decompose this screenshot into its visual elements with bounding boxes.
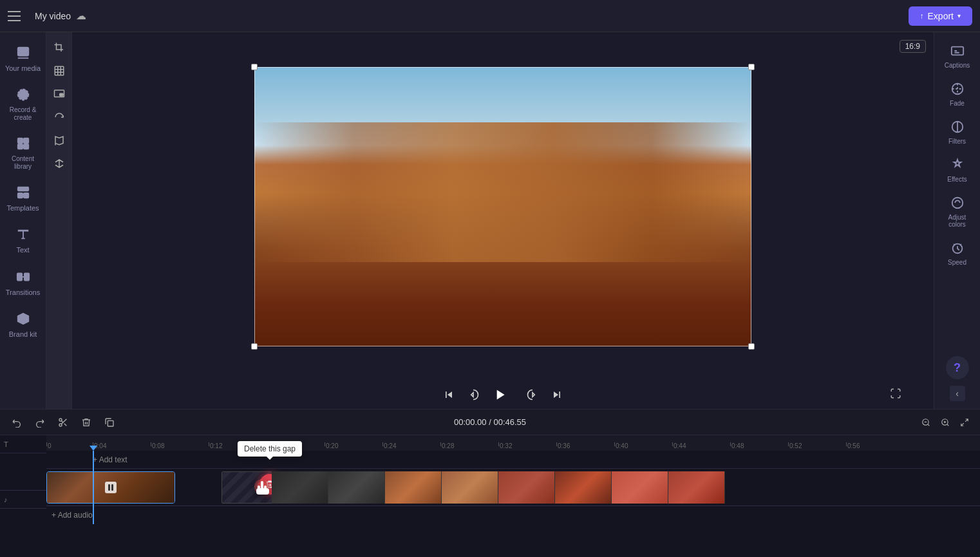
- collapse-arrow-icon: ‹: [956, 388, 959, 399]
- clip-segment-7: [612, 471, 668, 504]
- video-content: [254, 67, 751, 346]
- first-video-clip[interactable]: [46, 471, 175, 504]
- svg-rect-16: [951, 47, 963, 55]
- handle-tr[interactable]: [748, 64, 755, 70]
- ruler-mark-0: 0: [46, 442, 93, 449]
- svg-point-1: [21, 50, 25, 53]
- fade-tool[interactable]: Fade: [934, 75, 980, 112]
- zoom-fit-button[interactable]: [957, 415, 972, 430]
- effects-label: Effects: [947, 176, 966, 183]
- svg-rect-4: [17, 138, 22, 143]
- clip-segment-8: [668, 471, 725, 504]
- export-chevron-icon: ▾: [957, 12, 961, 19]
- video-frame[interactable]: [254, 67, 751, 346]
- audio-track-label: ♪: [0, 491, 46, 509]
- clip-thumbnail: [47, 472, 174, 503]
- speed-tool[interactable]: Speed: [934, 234, 980, 271]
- topbar: My video ☁ ↑ Export ▾: [0, 0, 980, 32]
- skip-back-button[interactable]: [442, 388, 455, 401]
- handle-tl[interactable]: [251, 64, 258, 70]
- svg-rect-15: [59, 93, 62, 96]
- playhead-triangle: [90, 446, 97, 451]
- effects-icon: [949, 156, 966, 173]
- crop-tool[interactable]: [49, 37, 70, 58]
- clips-after-gap[interactable]: [272, 471, 725, 504]
- adjust-colors-icon: [949, 194, 966, 211]
- add-text-button[interactable]: + Add text: [93, 455, 127, 464]
- sidebar-label-record: Record &create: [10, 106, 37, 122]
- current-time: 00:00.00: [454, 417, 487, 427]
- content-library-icon: [14, 135, 32, 153]
- ruler-marks-container: 0 0:04 0:08 0:12 0:16 0:20 0:24 0:28 0:3…: [46, 442, 904, 449]
- svg-point-3: [17, 90, 28, 100]
- clip-pause-icon: [105, 482, 117, 493]
- rotate-tool[interactable]: [49, 107, 70, 127]
- left-sidebar: Your media Record &create: [0, 32, 46, 409]
- your-media-icon: [14, 44, 32, 62]
- text-icon: [14, 225, 32, 243]
- speed-label: Speed: [948, 259, 966, 266]
- flip-tool[interactable]: [49, 153, 70, 174]
- sidebar-item-record-create[interactable]: Record &create: [0, 79, 46, 128]
- vertical-toolbar: [46, 32, 72, 409]
- captions-tool[interactable]: Captions: [934, 37, 980, 74]
- sidebar-label-text: Text: [16, 246, 29, 254]
- fast-forward-button[interactable]: [526, 388, 539, 401]
- aspect-ratio-badge[interactable]: 16:9: [900, 40, 926, 53]
- skip-forward-button[interactable]: [551, 388, 563, 401]
- pip-tool[interactable]: [49, 84, 70, 104]
- captions-icon: [949, 42, 966, 59]
- adjust-colors-tool[interactable]: Adjustcolors: [934, 189, 980, 233]
- export-arrow-icon: ↑: [920, 12, 924, 21]
- svg-point-21: [59, 419, 62, 421]
- clip-segment-5: [498, 471, 555, 504]
- delete-button[interactable]: [77, 413, 95, 431]
- effects-tool[interactable]: Effects: [934, 151, 980, 188]
- sidebar-item-text[interactable]: Text: [0, 219, 46, 261]
- ruler-mark-52: 0:52: [788, 442, 846, 449]
- main-layout: Your media Record &create: [0, 32, 980, 409]
- save-icon[interactable]: ☁: [76, 10, 86, 22]
- text-track-label: T: [0, 435, 46, 453]
- zoom-out-button[interactable]: [918, 415, 934, 430]
- flag-tool[interactable]: [49, 130, 70, 151]
- clip-segment-6: [555, 471, 612, 504]
- fullscreen-button[interactable]: [890, 388, 901, 402]
- redo-button[interactable]: [31, 413, 49, 431]
- transitions-icon: [14, 268, 32, 286]
- add-audio-button[interactable]: + Add audio: [52, 511, 93, 520]
- total-time: 00:46.55: [493, 417, 526, 427]
- cut-button[interactable]: [54, 413, 72, 431]
- svg-rect-12: [24, 273, 28, 280]
- duplicate-button[interactable]: [100, 413, 118, 431]
- undo-button[interactable]: [8, 413, 26, 431]
- menu-icon[interactable]: [8, 7, 26, 25]
- sidebar-item-content-library[interactable]: Contentlibrary: [0, 128, 46, 177]
- resize-tool[interactable]: [49, 61, 70, 81]
- sidebar-item-brand-kit[interactable]: Brand kit: [0, 303, 46, 345]
- zoom-in-button[interactable]: [938, 415, 953, 430]
- playhead[interactable]: [93, 451, 94, 524]
- audio-track: + Add audio: [46, 506, 980, 524]
- export-button[interactable]: ↑ Export ▾: [909, 6, 972, 26]
- sidebar-item-templates[interactable]: Templates: [0, 177, 46, 219]
- handle-br[interactable]: [748, 343, 755, 350]
- help-button[interactable]: ?: [946, 356, 969, 379]
- svg-rect-9: [17, 193, 22, 198]
- svg-rect-10: [23, 193, 28, 198]
- video-track-label: [0, 453, 46, 491]
- project-title[interactable]: My video: [35, 11, 71, 21]
- play-button[interactable]: [491, 383, 514, 406]
- sidebar-item-transitions[interactable]: Transitions: [0, 261, 46, 303]
- ruler-mark-28: 0:28: [440, 442, 498, 449]
- right-sidebar: Captions Fade Filters: [934, 32, 980, 409]
- sidebar-item-your-media[interactable]: Your media: [0, 37, 46, 79]
- collapse-panel-button[interactable]: ‹: [950, 386, 965, 401]
- svg-rect-8: [17, 187, 28, 191]
- handle-bl[interactable]: [251, 343, 258, 350]
- fade-icon: [949, 80, 966, 97]
- ruler-mark-8: 0:08: [151, 442, 209, 449]
- filters-tool[interactable]: Filters: [934, 113, 980, 150]
- record-icon: [14, 86, 32, 104]
- rewind-button[interactable]: [467, 388, 480, 401]
